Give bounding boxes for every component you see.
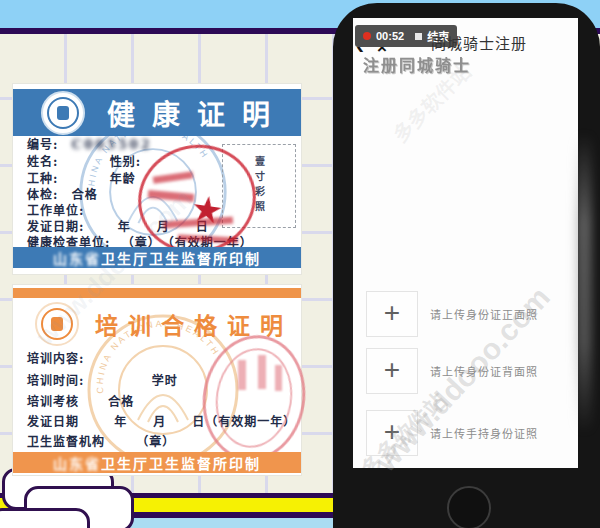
health-certificate-card: CHINA NATIONAL HEALTH 健康证明 编号: C005502 姓… (13, 84, 301, 274)
bezel-reflection (576, 133, 592, 433)
stop-icon[interactable] (415, 33, 422, 40)
upload-id-front-button[interactable]: + (366, 291, 418, 337)
page-heading: 注册同城骑士 (363, 52, 471, 76)
phone-screen: ‹ × 00:52 结束 同城骑士注册 注册同城骑士 + 请上传身份证正面照 + (353, 18, 578, 468)
cert-row-job: 工种: 年龄 (27, 169, 136, 186)
cert-row-assessment: 培训考核 合格 (27, 392, 134, 409)
upload-label: 请上传身份证背面照 (430, 363, 538, 379)
health-cert-header: 健康证明 (13, 89, 301, 136)
page-title: 同城骑士注册 (431, 32, 527, 53)
cert-row-employer: 工作单位: (27, 201, 84, 218)
footer-province-blurred: 山东省 (53, 248, 101, 268)
upload-row-id-holding: + 请上传手持身份证照 (353, 410, 578, 454)
cert-row-content: 培训内容: (27, 349, 84, 366)
upload-row-id-back: + 请上传身份证背面照 (353, 348, 578, 392)
upload-row-id-front: + 请上传身份证正面照 (353, 291, 578, 335)
cert-row-serial: 编号: C005502 (27, 135, 152, 152)
upload-label: 请上传身份证正面照 (430, 306, 538, 322)
stamp-mark (275, 365, 282, 391)
plus-icon: + (384, 418, 400, 446)
plus-icon: + (384, 299, 400, 327)
speech-bubble (0, 508, 90, 528)
training-cert-top-strip (13, 288, 301, 298)
cert-row-name: 姓名: 性别: (27, 152, 141, 169)
phone-frame: ‹ × 00:52 结束 同城骑士注册 注册同城骑士 + 请上传身份证正面照 + (333, 3, 600, 528)
screenshot-root: CHINA NATIONAL HEALTH 健康证明 编号: C005502 姓… (0, 0, 600, 528)
stamp-mark (238, 360, 246, 390)
cert-row-time: 培训时间: 学时 (27, 371, 178, 388)
cert-row-agency: 卫生监督机构 （章） (27, 432, 175, 449)
footer-province-blurred: 山东省 (53, 453, 101, 473)
home-button[interactable] (447, 486, 491, 528)
training-emblem-icon (35, 302, 79, 346)
health-cert-footer: 山东省 卫生厅卫生监督所印制 (13, 247, 301, 268)
health-emblem-icon (41, 91, 85, 135)
cert-row-exam: 体检: 合格 (27, 185, 98, 202)
health-cert-title: 健康证明 (107, 93, 287, 133)
recording-dot-icon (363, 32, 371, 40)
upload-id-holding-button[interactable]: + (366, 410, 418, 456)
plus-icon: + (384, 356, 400, 384)
stamp-mark (258, 355, 266, 389)
recording-time: 00:52 (376, 30, 404, 42)
upload-label: 请上传手持身份证照 (430, 425, 538, 441)
training-cert-footer: 山东省 卫生厅卫生监督所印制 (13, 452, 301, 473)
pink-round-stamp (194, 328, 314, 468)
training-certificate-card: CHINA NATIONAL HEALTH 培训合格证明 培训内容: 培训时间:… (13, 285, 301, 475)
serial-number-blurred: C005502 (72, 138, 153, 152)
upload-id-back-button[interactable]: + (366, 348, 418, 394)
